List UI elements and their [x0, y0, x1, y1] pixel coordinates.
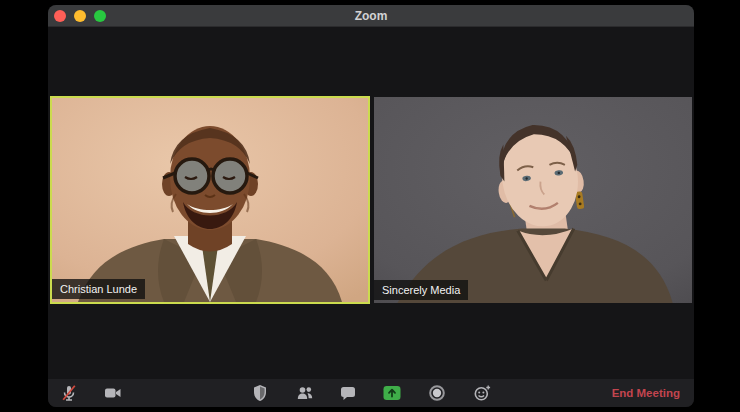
window-title: Zoom — [48, 5, 694, 27]
reactions-button[interactable] — [468, 379, 496, 407]
video-tile-sincerely-media[interactable]: Sincerely Media — [374, 97, 692, 303]
mic-off-icon — [59, 383, 79, 403]
share-screen-icon — [382, 383, 402, 403]
participants-button[interactable] — [291, 379, 319, 407]
record-icon — [427, 383, 447, 403]
end-meeting-button[interactable]: End Meeting — [612, 379, 680, 407]
participant-video-feed — [52, 98, 368, 302]
security-button[interactable] — [246, 379, 274, 407]
video-tile-christian-lunde[interactable]: Christian Lunde — [50, 96, 370, 304]
reactions-icon — [472, 383, 492, 403]
desktop: Zoom — [0, 0, 740, 412]
video-camera-icon — [103, 383, 123, 403]
chat-button[interactable] — [334, 379, 362, 407]
mute-button[interactable] — [55, 379, 83, 407]
start-video-button[interactable] — [99, 379, 127, 407]
participants-icon — [295, 383, 315, 403]
participant-video-feed — [374, 97, 692, 303]
participant-name-label: Christian Lunde — [52, 279, 145, 299]
video-gallery: Christian Lunde — [48, 27, 694, 379]
chat-bubble-icon — [338, 383, 358, 403]
participant-name-label: Sincerely Media — [374, 280, 468, 300]
share-screen-button[interactable] — [378, 379, 406, 407]
titlebar[interactable]: Zoom — [48, 5, 694, 27]
zoom-window: Zoom — [48, 5, 694, 407]
meeting-toolbar: End Meeting — [48, 379, 694, 407]
shield-icon — [250, 383, 270, 403]
record-button[interactable] — [423, 379, 451, 407]
